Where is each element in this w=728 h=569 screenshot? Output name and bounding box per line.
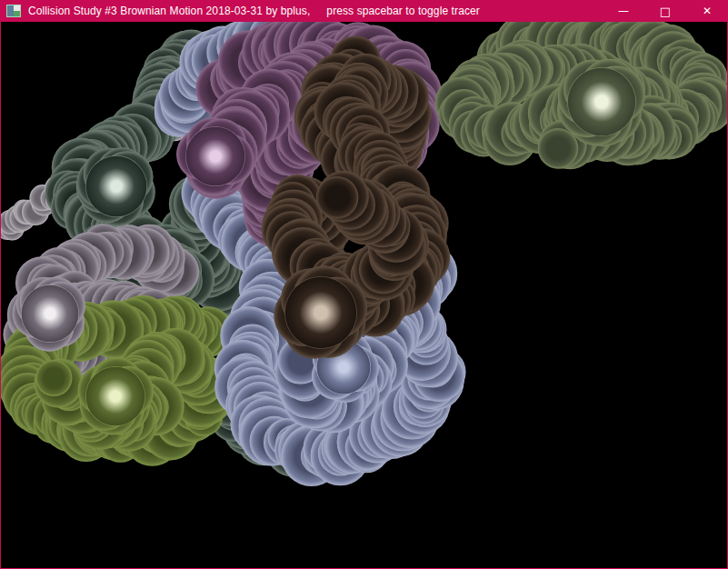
simulation-canvas[interactable] <box>1 22 727 568</box>
window-controls: — □ ✕ <box>603 0 728 22</box>
app-window: Collision Study #3 Brownian Motion 2018-… <box>0 0 728 569</box>
maximize-button[interactable]: □ <box>644 0 686 22</box>
app-icon <box>6 5 21 17</box>
close-button[interactable]: ✕ <box>686 0 728 22</box>
window-title: Collision Study #3 Brownian Motion 2018-… <box>28 5 480 17</box>
minimize-button[interactable]: — <box>603 0 644 22</box>
title-bar[interactable]: Collision Study #3 Brownian Motion 2018-… <box>0 0 728 22</box>
